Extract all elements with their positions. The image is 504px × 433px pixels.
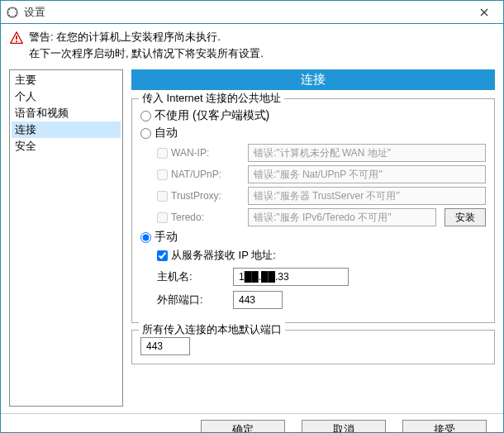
recv-from-server-checkbox[interactable]	[157, 250, 168, 261]
radio-manual-input[interactable]	[140, 232, 151, 243]
teredo-row[interactable]: Teredo:	[157, 212, 240, 223]
cancel-button[interactable]: 取消	[302, 420, 386, 434]
incoming-legend: 传入 Internet 连接的公共地址	[139, 91, 284, 106]
hostname-field[interactable]	[233, 268, 349, 286]
sidebar-item-main[interactable]: 主要	[12, 72, 121, 88]
default-port-legend: 所有传入连接的本地默认端口	[139, 322, 285, 337]
nat-upnp-field	[248, 165, 486, 183]
trustproxy-checkbox	[157, 191, 168, 202]
sidebar: 主要 个人 语音和视频 连接 安全	[9, 69, 123, 407]
warning-line2: 在下一次程序启动时, 默认情况下将安装所有设置.	[29, 45, 264, 62]
ext-port-label: 外部端口:	[157, 293, 225, 307]
radio-auto[interactable]: 自动	[140, 126, 486, 140]
trustproxy-label: TrustProxy:	[171, 190, 221, 202]
warning-line1: 警告: 在您的计算机上安装程序尚未执行.	[29, 29, 264, 45]
nat-upnp-checkbox	[157, 169, 168, 180]
sidebar-item-personal[interactable]: 个人	[12, 88, 121, 105]
recv-from-server-label: 从服务器接收 IP 地址:	[171, 248, 276, 263]
teredo-label: Teredo:	[171, 212, 204, 223]
svg-rect-1	[16, 36, 17, 40]
radio-not-use[interactable]: 不使用 (仅客户端模式)	[140, 108, 486, 123]
hostname-label: 主机名:	[157, 269, 225, 284]
ext-port-field[interactable]	[233, 291, 283, 309]
wan-ip-field	[248, 144, 486, 162]
sidebar-item-voice-video[interactable]: 语音和视频	[12, 105, 121, 121]
radio-auto-input[interactable]	[140, 128, 151, 139]
wan-ip-label: WAN-IP:	[171, 147, 209, 159]
close-button[interactable]	[465, 1, 503, 24]
radio-not-use-label: 不使用 (仅客户端模式)	[155, 108, 269, 123]
nat-upnp-row[interactable]: NAT/UPnP:	[157, 169, 240, 180]
teredo-field	[248, 208, 436, 226]
radio-auto-label: 自动	[155, 126, 178, 140]
sidebar-item-connection[interactable]: 连接	[12, 121, 121, 138]
radio-not-use-input[interactable]	[140, 111, 151, 121]
nat-upnp-label: NAT/UPnP:	[171, 169, 221, 180]
install-button[interactable]: 安装	[445, 208, 486, 226]
app-icon	[6, 6, 19, 19]
recv-from-server-row[interactable]: 从服务器接收 IP 地址:	[157, 248, 486, 263]
ok-button[interactable]: 确定	[201, 420, 285, 434]
warning-icon	[9, 31, 24, 45]
incoming-fieldset: 传入 Internet 连接的公共地址 不使用 (仅客户端模式) 自动 WAN-…	[131, 98, 495, 323]
section-header: 连接	[131, 69, 495, 90]
sidebar-item-security[interactable]: 安全	[12, 138, 121, 155]
radio-manual[interactable]: 手动	[140, 230, 486, 245]
trustproxy-row[interactable]: TrustProxy:	[157, 190, 240, 202]
svg-rect-2	[16, 40, 17, 42]
window-title: 设置	[24, 5, 465, 20]
warning-bar: 警告: 在您的计算机上安装程序尚未执行. 在下一次程序启动时, 默认情况下将安装…	[1, 24, 503, 66]
wan-ip-checkbox	[157, 148, 168, 159]
default-port-field[interactable]	[140, 337, 190, 355]
radio-manual-label: 手动	[155, 230, 178, 245]
teredo-checkbox	[157, 212, 168, 223]
wan-ip-row[interactable]: WAN-IP:	[157, 147, 240, 159]
trustproxy-field	[248, 187, 486, 205]
accept-button[interactable]: 接受	[402, 420, 487, 434]
default-port-fieldset: 所有传入连接的本地默认端口	[131, 330, 495, 364]
